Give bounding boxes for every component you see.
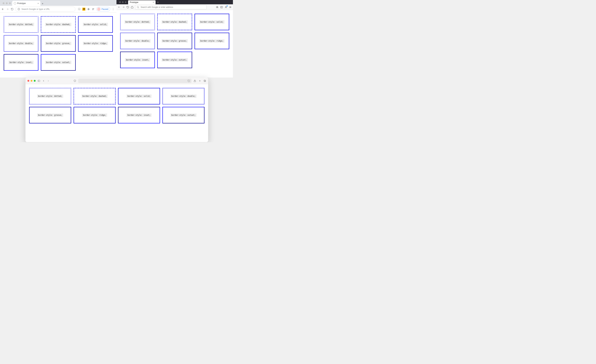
code-label: border-style: inset; (125, 58, 150, 62)
minimize-dot[interactable] (122, 1, 124, 3)
safari-window: border-style: dotted; border-style: dash… (25, 78, 208, 142)
forward-icon[interactable] (6, 8, 9, 10)
search-icon (137, 6, 139, 8)
sidebar-icon[interactable] (220, 6, 223, 8)
url-placeholder: Search with Google or enter address (141, 6, 173, 8)
card-outset: border-style: outset; (41, 54, 75, 71)
hamburger-menu-icon[interactable] (229, 6, 232, 8)
card-outset: border-style: outset; (162, 107, 204, 123)
svg-rect-4 (38, 80, 40, 82)
card-inset: border-style: inset; (4, 54, 38, 71)
privacy-shield-icon[interactable] (74, 80, 76, 82)
traffic-lights (118, 0, 128, 4)
share-icon[interactable] (194, 80, 196, 82)
card-solid: border-style: solid; (118, 88, 160, 104)
forward-icon[interactable] (122, 6, 125, 8)
back-icon[interactable] (1, 8, 4, 10)
code-label: border-style: inset; (8, 61, 33, 64)
code-label: border-style: dotted; (37, 95, 63, 98)
card-groove: border-style: groove; (41, 35, 75, 52)
reload-icon[interactable] (11, 8, 14, 10)
forward-icon[interactable] (47, 80, 50, 82)
url-placeholder: Search Google or type a URL (22, 8, 50, 10)
tab-title: Prototype (130, 1, 138, 3)
home-icon[interactable] (131, 6, 134, 8)
code-label: border-style: double; (125, 39, 151, 43)
profile-paused-pill[interactable]: Paused (96, 7, 110, 11)
card-dashed: border-style: dashed; (41, 16, 75, 33)
toolbar-right (194, 80, 206, 82)
border-grid: border-style: dotted; border-style: dash… (120, 14, 229, 68)
svg-point-1 (137, 6, 139, 8)
close-tab-icon[interactable]: × (153, 1, 154, 3)
globe-icon (14, 2, 16, 5)
card-outset: border-style: outset; (157, 52, 192, 68)
code-label: border-style: solid; (127, 95, 151, 98)
address-bar[interactable] (78, 79, 192, 83)
code-label: border-style: outset; (162, 58, 188, 62)
extensions-icon[interactable] (87, 8, 90, 11)
sidebar-toggle-icon[interactable] (37, 80, 40, 82)
card-inset: border-style: inset; (118, 107, 160, 123)
back-icon[interactable] (42, 80, 45, 82)
card-ridge: border-style: ridge; (78, 35, 113, 52)
kebab-menu-icon[interactable]: ⋮ (112, 7, 114, 11)
new-tab-icon[interactable] (199, 80, 201, 82)
js-extension-icon[interactable]: JS (82, 8, 85, 11)
code-label: border-style: dotted; (125, 20, 151, 24)
safari-toolbar (25, 78, 208, 84)
address-bar[interactable]: Search Google or type a URL (15, 7, 75, 12)
paused-label: Paused (102, 8, 108, 10)
card-dotted: border-style: dotted; (120, 14, 155, 30)
tab-title: Prototype (17, 2, 26, 5)
close-tab-icon[interactable]: × (37, 2, 39, 5)
avatar (97, 7, 100, 11)
new-tab-button[interactable]: + (156, 0, 160, 4)
account-icon[interactable] (225, 6, 227, 8)
card-double: border-style: double; (120, 33, 155, 49)
code-label: border-style: groove; (162, 39, 188, 43)
svg-rect-7 (204, 80, 206, 81)
tab-overview-icon[interactable] (203, 80, 206, 82)
traffic-lights (28, 80, 36, 82)
info-icon[interactable]: ⓘ (78, 8, 81, 11)
code-label: border-style: dashed; (82, 95, 108, 98)
close-dot[interactable] (119, 1, 121, 3)
minimize-dot[interactable] (31, 80, 32, 82)
close-dot[interactable] (3, 2, 5, 4)
code-label: border-style: inset; (127, 113, 151, 117)
code-label: border-style: ridge; (82, 113, 107, 117)
border-grid: border-style: dotted; border-style: dash… (4, 16, 113, 71)
card-double: border-style: double; (162, 88, 204, 104)
minimize-dot[interactable] (6, 2, 8, 4)
library-icon[interactable] (216, 6, 219, 8)
address-bar[interactable]: Search with Google or enter address (135, 5, 207, 9)
browser-tab[interactable]: Prototype × (128, 0, 156, 4)
chrome-window: Prototype × + Search Google or type a UR… (0, 0, 117, 78)
firefox-window: Prototype × + Search with Google or ente… (117, 0, 233, 78)
code-label: border-style: ridge; (199, 39, 224, 43)
traffic-lights (1, 2, 12, 6)
code-label: border-style: ridge; (83, 42, 108, 45)
code-label: border-style: solid; (199, 20, 224, 24)
new-tab-button[interactable]: + (40, 2, 45, 6)
code-label: border-style: groove; (45, 42, 71, 45)
code-label: border-style: double; (170, 95, 196, 98)
chrome-toolbar: Search Google or type a URL ⓘ JS Paused … (0, 6, 117, 13)
border-grid: border-style: dotted; border-style: dash… (29, 88, 204, 123)
back-icon[interactable] (118, 6, 121, 8)
zoom-dot[interactable] (34, 80, 36, 82)
reload-icon[interactable] (187, 80, 190, 82)
zoom-dot[interactable] (9, 2, 11, 4)
card-double: border-style: double; (4, 35, 38, 52)
zoom-dot[interactable] (125, 1, 127, 3)
svg-rect-6 (204, 80, 206, 82)
firefox-tab-bar: Prototype × + (117, 0, 233, 4)
browser-tab[interactable]: Prototype × (12, 1, 40, 6)
reading-list-icon[interactable] (92, 8, 95, 11)
card-ridge: border-style: ridge; (194, 33, 229, 49)
card-dashed: border-style: dashed; (74, 88, 116, 104)
reload-icon[interactable] (127, 6, 129, 8)
code-label: border-style: dotted; (8, 23, 34, 26)
close-dot[interactable] (28, 80, 29, 82)
